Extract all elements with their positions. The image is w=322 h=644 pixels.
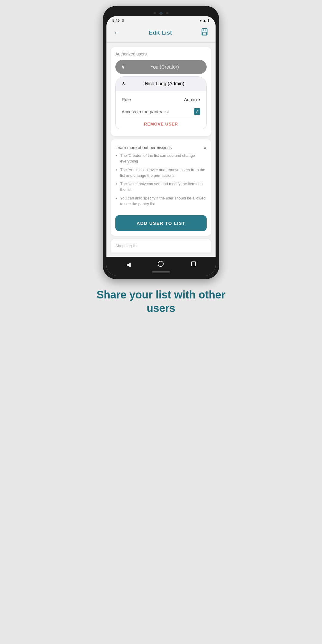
admin-chevron: ∧ <box>122 81 125 86</box>
creator-user-pill[interactable]: ∨ You (Creator) <box>115 60 207 74</box>
svg-rect-2 <box>203 32 207 35</box>
admin-section: ∧ Nico Lueg (Admin) Role Admin ▾ <box>115 76 207 129</box>
nav-home-button[interactable] <box>158 261 164 268</box>
access-row: Access to the pantry list ✓ <box>122 105 200 118</box>
nav-recent-square <box>191 261 196 266</box>
camera-sensor <box>160 12 162 15</box>
gesture-bar <box>106 271 216 275</box>
phone-screen: 5:49 ⚙ ▾ ▲ ▮ ← Edit List <box>106 16 216 275</box>
access-label: Access to the pantry list <box>122 109 169 114</box>
content-area: Authorized users ∨ You (Creator) ∧ Nico … <box>106 43 216 257</box>
permission-item-3: The 'User' only can see and modify the i… <box>120 181 207 193</box>
add-user-button[interactable]: ADD USER TO LIST <box>115 215 207 231</box>
role-value: Admin <box>184 97 197 102</box>
permission-item-2: The 'Admin' can invite and remove users … <box>120 167 207 179</box>
permissions-title: Learn more about permissions <box>115 145 172 150</box>
admin-detail-box: Role Admin ▾ Access to the pantry list ✓ <box>115 91 207 129</box>
permissions-header[interactable]: Learn more about permissions ∧ <box>115 144 207 153</box>
back-button[interactable]: ← <box>111 28 123 38</box>
permissions-list: The 'Creator' of the list can see and ch… <box>115 153 207 212</box>
tagline-text: Share your list with other users <box>86 288 236 315</box>
signal-icon: ▲ <box>203 18 206 23</box>
nav-back-button[interactable]: ◀ <box>126 261 131 268</box>
admin-user-pill[interactable]: ∧ Nico Lueg (Admin) <box>115 76 207 91</box>
status-bar: 5:49 ⚙ ▾ ▲ ▮ <box>106 16 216 24</box>
shopping-list-card-peek: Shopping list <box>111 239 211 253</box>
role-dropdown-arrow: ▾ <box>199 97 200 102</box>
admin-name: Nico Lueg (Admin) <box>129 81 200 86</box>
wifi-icon: ▾ <box>200 18 202 23</box>
status-bar-right: ▾ ▲ ▮ <box>200 18 210 23</box>
camera-dot-2 <box>166 12 168 14</box>
role-value-container[interactable]: Admin ▾ <box>184 97 200 102</box>
camera-area <box>106 10 216 16</box>
nav-recent-button[interactable] <box>191 261 196 268</box>
permission-item-1: The 'Creator' of the list can see and ch… <box>120 153 207 164</box>
creator-name: You (Creator) <box>129 64 201 70</box>
permissions-chevron: ∧ <box>204 145 207 150</box>
shopping-list-label: Shopping list <box>115 244 137 248</box>
svg-rect-1 <box>203 29 206 31</box>
save-button[interactable] <box>198 27 211 39</box>
role-row: Role Admin ▾ <box>122 94 200 105</box>
role-label: Role <box>122 97 131 102</box>
authorized-users-card: Authorized users ∨ You (Creator) ∧ Nico … <box>111 47 211 136</box>
time-display: 5:49 <box>112 18 120 23</box>
page-title: Edit List <box>149 30 172 36</box>
remove-user-button[interactable]: REMOVE USER <box>122 118 200 128</box>
permissions-card: Learn more about permissions ∧ The 'Crea… <box>111 139 211 236</box>
app-bar: ← Edit List <box>106 24 216 43</box>
page-wrapper: 5:49 ⚙ ▾ ▲ ▮ ← Edit List <box>80 0 242 327</box>
access-checkbox[interactable]: ✓ <box>194 108 200 115</box>
camera-dot-1 <box>154 12 156 14</box>
phone-frame: 5:49 ⚙ ▾ ▲ ▮ ← Edit List <box>103 6 219 279</box>
nav-bar: ◀ <box>106 257 216 271</box>
creator-chevron: ∨ <box>121 64 125 70</box>
tagline-section: Share your list with other users <box>80 288 242 315</box>
battery-icon: ▮ <box>208 18 210 23</box>
permission-item-4: You can also specify if the user should … <box>120 196 207 207</box>
authorized-users-label: Authorized users <box>115 52 207 56</box>
status-bar-left: 5:49 ⚙ <box>112 18 124 23</box>
gesture-line <box>152 271 170 273</box>
settings-icon: ⚙ <box>121 19 124 23</box>
nav-home-circle <box>158 261 164 267</box>
